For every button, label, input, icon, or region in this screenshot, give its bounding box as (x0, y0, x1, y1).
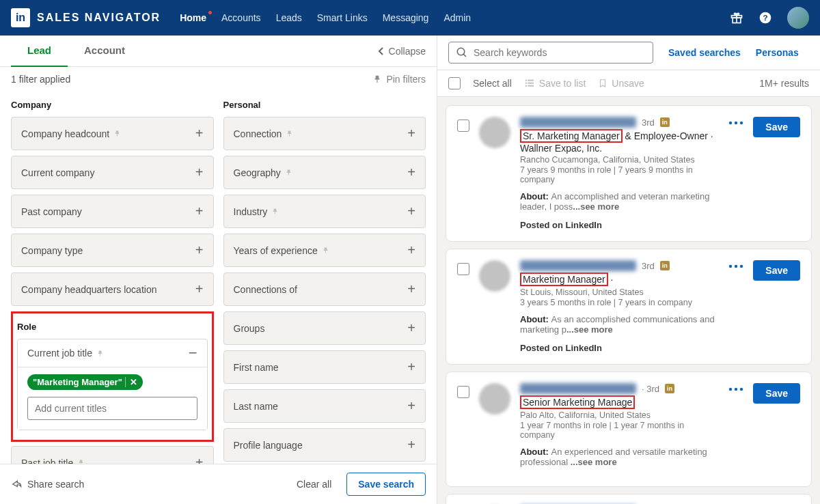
select-all-checkbox[interactable] (448, 77, 461, 89)
filter-item[interactable]: Current company+ (11, 156, 214, 189)
filter-label: Connection (234, 128, 282, 139)
pin-filters-button[interactable]: Pin filters (372, 74, 426, 85)
nav-leads[interactable]: Leads (276, 12, 302, 23)
result-checkbox[interactable] (457, 386, 469, 398)
filter-item[interactable]: Geography+ (223, 156, 426, 189)
svg-rect-9 (525, 83, 527, 84)
collapse-label: Collapse (389, 46, 426, 57)
top-nav: in SALES NAVIGATOR HomeAccountsLeadsSmar… (0, 0, 820, 36)
svg-rect-8 (528, 80, 534, 81)
expand-icon: + (407, 281, 415, 297)
expand-icon: + (407, 437, 415, 453)
save-button[interactable]: Save (753, 383, 800, 404)
filter-item[interactable]: Last name+ (223, 389, 426, 423)
nav-home[interactable]: Home (180, 12, 206, 23)
filter-item[interactable]: Past job title+ (11, 446, 214, 464)
select-all-label[interactable]: Select all (473, 78, 512, 89)
unsave-button[interactable]: Unsave (598, 78, 644, 89)
svg-rect-7 (525, 80, 527, 81)
result-avatar[interactable] (479, 117, 510, 148)
filter-chip[interactable]: "Marketing Manager" ✕ (27, 374, 143, 390)
highlight-box-role: Role Current job title − "Marketing Mana… (11, 311, 214, 442)
saved-searches-link[interactable]: Saved searches (668, 47, 741, 58)
expand-icon: + (195, 242, 204, 258)
results-pane: Saved searches Personas Select all Save … (437, 36, 820, 504)
result-about: About: An experienced and versatile mark… (520, 447, 719, 467)
result-card: 3rdinSr. Marketing Manager & Employee-Ow… (446, 105, 812, 242)
section-personal: Personal (223, 100, 426, 110)
result-checkbox[interactable] (457, 120, 469, 132)
result-avatar[interactable] (479, 383, 510, 415)
nav-links: HomeAccountsLeadsSmart LinksMessagingAdm… (180, 12, 471, 23)
filter-item[interactable]: Past company+ (11, 195, 214, 228)
see-more-link[interactable]: ...see more (566, 324, 613, 335)
pin-icon (77, 459, 85, 464)
svg-point-14 (735, 122, 737, 124)
filter-item[interactable]: First name+ (223, 350, 426, 384)
svg-rect-12 (528, 85, 534, 87)
result-name[interactable] (520, 117, 636, 128)
filter-label: Company type (21, 245, 83, 256)
filter-item[interactable]: Industry+ (223, 195, 426, 228)
nav-accounts[interactable]: Accounts (221, 12, 261, 23)
filter-label: Current job title (27, 348, 92, 359)
add-titles-input[interactable] (27, 397, 197, 420)
result-checkbox[interactable] (457, 263, 469, 275)
search-box[interactable] (448, 42, 653, 64)
linkedin-badge-icon: in (665, 384, 674, 393)
personas-link[interactable]: Personas (756, 47, 799, 58)
result-title: Sr. Marketing Manager & Employee-Owner ·… (520, 129, 719, 154)
pin-icon (322, 247, 330, 254)
filter-item[interactable]: Company headquarters location+ (11, 272, 214, 306)
search-input[interactable] (474, 47, 646, 58)
filter-item[interactable]: Connections of+ (223, 272, 426, 306)
save-search-button[interactable]: Save search (346, 473, 426, 496)
result-name[interactable] (520, 260, 636, 271)
clear-all-button[interactable]: Clear all (290, 473, 338, 495)
see-more-link[interactable]: ...see more (573, 201, 619, 212)
gift-icon[interactable] (730, 11, 743, 25)
filter-item[interactable]: Company headcount+ (11, 117, 214, 150)
share-search-button[interactable]: Share search (11, 479, 84, 490)
nav-admin[interactable]: Admin (443, 12, 471, 23)
filter-label: Current company (21, 167, 94, 178)
filter-item[interactable]: Profile language+ (223, 428, 426, 462)
filter-item[interactable]: Years of experience+ (223, 234, 426, 267)
save-button[interactable]: Save (753, 117, 800, 137)
collapse-icon: − (189, 350, 197, 356)
result-avatar[interactable] (479, 260, 510, 292)
user-avatar[interactable] (787, 7, 809, 29)
svg-point-15 (740, 122, 743, 124)
more-actions-button[interactable] (728, 383, 743, 391)
more-actions-button[interactable] (728, 117, 743, 125)
brand-label: SALES NAVIGATOR (37, 12, 161, 24)
result-name[interactable] (520, 383, 636, 394)
see-more-link[interactable]: ...see more (571, 457, 617, 467)
nav-messaging[interactable]: Messaging (383, 12, 429, 23)
nav-smart-links[interactable]: Smart Links (317, 12, 368, 23)
help-icon[interactable]: ? (758, 11, 772, 25)
svg-text:?: ? (763, 13, 767, 22)
linkedin-logo[interactable]: in (11, 8, 30, 27)
posted-label[interactable]: Posted on LinkedIn (520, 220, 719, 230)
more-actions-button[interactable] (728, 260, 743, 268)
pin-icon (113, 130, 122, 137)
filter-item[interactable]: Company type+ (11, 234, 214, 267)
save-to-list-button[interactable]: Save to list (524, 78, 586, 89)
expand-icon: + (195, 126, 204, 141)
svg-point-18 (740, 265, 743, 268)
section-company: Company (11, 100, 214, 110)
expand-icon: + (407, 165, 415, 180)
tab-lead[interactable]: Lead (11, 35, 68, 67)
unsave-label: Unsave (612, 78, 644, 89)
tab-account[interactable]: Account (68, 35, 141, 67)
filter-item[interactable]: Connection+ (223, 117, 426, 150)
chip-remove-icon[interactable]: ✕ (125, 377, 137, 387)
save-button[interactable]: Save (753, 260, 800, 281)
filter-item[interactable]: Groups+ (223, 311, 426, 345)
posted-label[interactable]: Posted on LinkedIn (520, 343, 719, 353)
share-label: Share search (27, 479, 84, 490)
result-location: Rancho Cucamonga, California, United Sta… (520, 155, 719, 165)
collapse-button[interactable]: Collapse (378, 46, 426, 57)
filter-current-job-title[interactable]: Current job title − "Marketing Manager" … (17, 339, 208, 430)
